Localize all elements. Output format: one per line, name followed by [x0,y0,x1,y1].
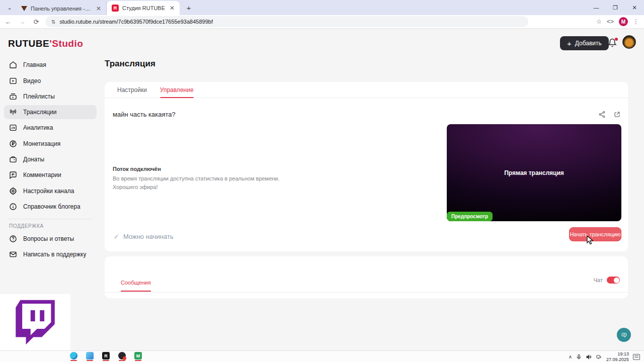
sidebar-item-comments[interactable]: Комментарии [4,168,97,182]
external-link-icon[interactable] [613,111,621,118]
forward-icon[interactable]: → [16,16,28,28]
notifications-bell-icon[interactable] [608,38,618,48]
sidebar-item-home[interactable]: Главная [4,58,97,72]
m-app-icon: M [134,352,142,359]
stream-control-card: Настройки Управление майн часть какаята?… [105,82,628,251]
url-text: studio.rutube.ru/stream/7c9b639570f9dce1… [59,19,213,25]
page-title: Трансляция [105,59,155,69]
messages-card: Сообщения Чат [105,256,628,298]
sidebar-item-label: Монетизация [23,140,60,147]
network-icon[interactable] [596,354,602,360]
sidebar-item-analytics[interactable]: Аналитика [4,121,97,135]
chat-toggle-label: Чат [594,277,603,283]
sidebar-item-video[interactable]: Видео [4,74,97,88]
browser-tab-rutube-studio[interactable]: R Студия RUTUBE ✕ [107,1,180,15]
speaker-icon[interactable] [586,354,592,360]
sidebar-item-blogger-guide[interactable]: Справочник блогера [4,200,97,214]
scalacube-favicon [21,6,27,11]
preview-badge: Предпросмотр [447,212,493,221]
clock-time: 19:13 [606,351,629,356]
info-icon [9,203,17,211]
taskbar-app-m[interactable]: M [134,352,142,361]
broadcast-icon [9,108,17,116]
mail-icon [9,250,17,258]
stream-preview-player[interactable]: Прямая трансляция Предпросмотр [447,124,621,221]
status-line: Во время трансляции доступна статистика … [113,175,280,182]
tab-management[interactable]: Управление [160,82,194,98]
start-stream-button[interactable]: Начать трансляцию [569,227,621,241]
tab-close-icon[interactable]: ✕ [95,5,102,12]
ruble-icon [9,140,17,148]
ready-status-label: Можно начинать [123,233,174,240]
sidebar-item-write-support[interactable]: Написать в поддержку [4,247,97,261]
mouse-cursor [587,235,594,245]
stream-title: майн часть какаята? [113,111,176,118]
sidebar-item-streams[interactable]: Трансляции [4,105,97,119]
sidebar-item-label: Трансляции [23,109,56,116]
playlist-icon [9,93,17,101]
rutube-studio-logo[interactable]: RUTUBE'Studio [8,38,83,49]
sidebar-item-faq[interactable]: Вопросы и ответы [4,232,97,246]
taskbar-app-disc[interactable] [118,352,126,361]
sidebar-item-donates[interactable]: Донаты [4,152,97,166]
sidebar-item-label: Справочник блогера [23,203,80,210]
back-icon[interactable]: ← [2,16,14,28]
close-button[interactable]: ✕ [625,0,644,15]
reload-icon[interactable]: ⟳ [30,16,42,28]
browser-tab-scalacube[interactable]: Панель управления - ScalaCu... ✕ [16,2,107,15]
sidebar-item-monetization[interactable]: Монетизация [4,137,97,151]
site-settings-icon[interactable]: ⇅ [51,19,55,25]
user-avatar[interactable] [622,35,636,49]
sidebar-item-label: Плейлисты [23,93,55,100]
tab-title: Студия RUTUBE [122,5,165,11]
chat-toggle[interactable] [607,277,620,284]
minimize-button[interactable]: — [587,0,606,15]
twitch-overlay-widget [0,294,70,350]
toggle-knob [614,278,619,283]
microphone-icon[interactable] [576,354,582,360]
taskbar-app-edge[interactable] [69,352,78,361]
support-chat-button[interactable] [617,328,631,342]
maximize-button[interactable]: ❐ [606,0,625,15]
rutube-favicon: R [112,5,119,12]
notification-dot [615,38,618,41]
messages-tabs: Сообщения [105,275,628,293]
browser-menu-icon[interactable]: ⋮ [633,18,639,25]
add-button[interactable]: + Добавить [560,36,609,50]
tray-chevron-icon[interactable]: ∧ [569,354,572,359]
tab-close-icon[interactable]: ✕ [169,5,176,12]
logo-suffix: Studio [52,38,83,49]
taskbar-app-blue[interactable] [86,352,94,361]
status-line: Хорошего эфира! [113,184,280,191]
gear-icon [9,187,17,195]
sidebar: Главная Видео Плейлисты Трансляции Анали… [0,56,101,263]
stream-tabs: Настройки Управление [105,82,628,98]
disc-app-icon [118,352,126,359]
home-icon [9,61,17,69]
taskbar-app-r[interactable]: R [102,352,110,361]
status-title: Поток подключён [113,166,280,172]
sidebar-item-label: Видео [23,77,41,84]
sidebar-item-label: Написать в поддержку [23,251,86,258]
sidebar-item-channel-settings[interactable]: Настройки канала [4,184,97,198]
blue-app-icon [86,352,94,359]
tab-search-chevron-icon[interactable]: ⌄ [3,1,16,14]
logo-main: RUTUBE [8,38,49,49]
clock-date: 27.09.2025 [606,357,629,362]
sidebar-item-playlists[interactable]: Плейлисты [4,89,97,104]
bookmark-star-icon[interactable]: ☆ [596,18,602,25]
edge-icon [70,352,77,359]
tab-settings[interactable]: Настройки [117,82,147,98]
sidebar-support-header: ПОДДЕРЖКА [9,223,92,229]
tab-messages[interactable]: Сообщения [121,280,151,292]
tab-title: Панель управления - ScalaCu... [31,6,92,12]
notification-center-icon[interactable] [633,354,640,360]
taskbar-clock[interactable]: 19:13 27.09.2025 [606,351,629,362]
browser-profile-avatar[interactable]: M [619,17,628,26]
new-tab-button[interactable]: + [183,2,195,14]
extension-code-icon[interactable]: <> [607,18,614,25]
url-input[interactable]: ⇅ studio.rutube.ru/stream/7c9b639570f9dc… [45,16,528,27]
browser-tabstrip: ⌄ Панель управления - ScalaCu... ✕ R Сту… [0,0,644,15]
share-icon[interactable] [598,111,606,118]
app-header: RUTUBE'Studio + Добавить [0,28,644,56]
